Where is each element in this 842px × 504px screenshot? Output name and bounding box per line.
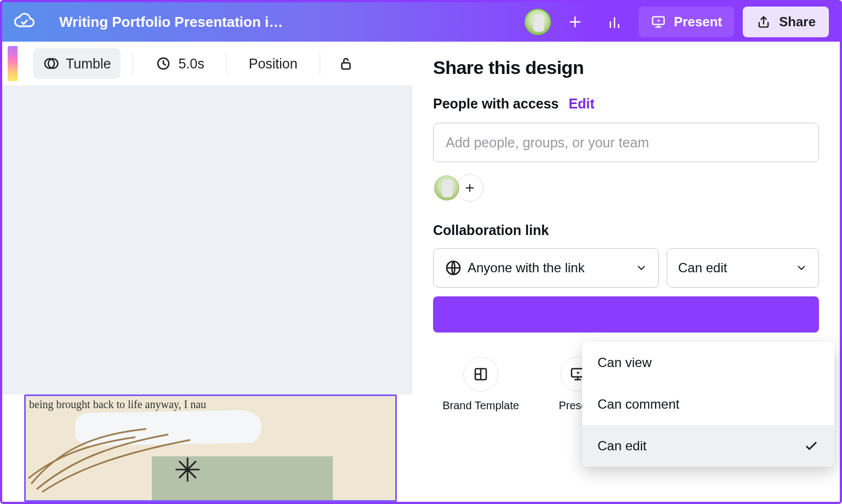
option-label: Can comment: [598, 397, 679, 412]
share-panel-title: Share this design: [433, 57, 819, 78]
slide-thumbnail[interactable]: being brought back to life anyway, I nau…: [24, 394, 397, 502]
permission-dropdown[interactable]: Can edit: [667, 248, 819, 288]
access-avatar-list: [433, 174, 819, 202]
member-avatar[interactable]: [433, 174, 460, 202]
collab-link-label: Collaboration link: [433, 222, 819, 238]
analytics-button[interactable]: [599, 7, 630, 37]
link-scope-label: Anyone with the link: [468, 260, 584, 276]
permission-menu: Can view Can comment Can edit: [582, 342, 834, 467]
cloud-saved-icon: [13, 10, 35, 34]
present-button[interactable]: Present: [639, 7, 734, 37]
add-people-input[interactable]: [433, 123, 819, 162]
divider: [226, 51, 227, 76]
color-swatch[interactable]: [8, 46, 18, 81]
position-button[interactable]: Position: [239, 48, 308, 79]
transition-label: Tumble: [66, 56, 111, 72]
position-label: Position: [249, 56, 298, 72]
copy-link-button[interactable]: [433, 296, 819, 333]
slide-text-snippet: being brought back to life anyway, I nau: [29, 398, 206, 411]
edit-access-link[interactable]: Edit: [568, 96, 594, 112]
divider: [133, 51, 133, 76]
present-label: Present: [674, 14, 722, 30]
permission-option-comment[interactable]: Can comment: [582, 383, 834, 425]
top-bar: Writing Portfolio Presentation in Pastel…: [2, 2, 840, 42]
document-title[interactable]: Writing Portfolio Presentation in Pastel…: [59, 14, 283, 31]
share-button[interactable]: Share: [743, 7, 829, 37]
option-label: Can view: [598, 355, 652, 370]
chevron-down-icon: [795, 262, 807, 274]
permission-option-view[interactable]: Can view: [582, 342, 834, 383]
transition-button[interactable]: Tumble: [33, 48, 121, 79]
people-access-label: People with access: [433, 96, 559, 112]
chevron-down-icon: [635, 262, 647, 274]
link-scope-dropdown[interactable]: Anyone with the link: [433, 248, 659, 288]
template-icon: [473, 366, 489, 382]
permission-option-edit[interactable]: Can edit: [582, 425, 834, 467]
share-panel: Share this design People with access Edi…: [412, 42, 840, 502]
lock-button[interactable]: [332, 48, 360, 79]
asterisk-graphic: ✳: [174, 451, 201, 490]
share-label: Share: [779, 14, 816, 30]
svg-rect-4: [342, 63, 350, 69]
add-user-button[interactable]: [560, 7, 590, 37]
user-avatar[interactable]: [525, 9, 551, 35]
option-label: Can edit: [598, 438, 646, 454]
brand-template-tile[interactable]: Brand Template: [434, 357, 527, 412]
tile-label: Brand Template: [442, 399, 519, 412]
duration-label: 5.0s: [178, 56, 204, 72]
permission-label: Can edit: [678, 260, 727, 276]
check-icon: [804, 438, 819, 454]
divider: [320, 51, 320, 76]
duration-button[interactable]: 5.0s: [145, 48, 214, 79]
globe-icon: [445, 259, 462, 277]
